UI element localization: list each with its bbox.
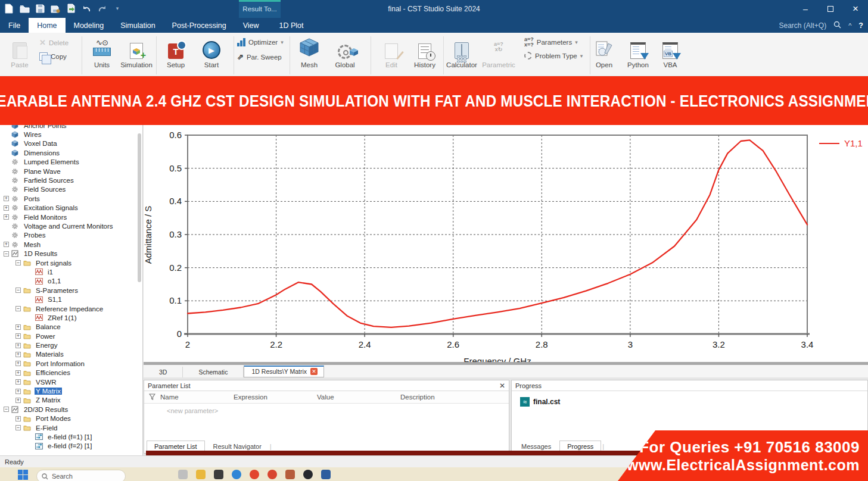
tree-item[interactable]: +Balance (0, 323, 142, 332)
expand-icon[interactable]: + (4, 242, 9, 247)
minimize-button[interactable]: – (793, 0, 818, 18)
filter-icon[interactable] (149, 393, 155, 401)
edit-history-button[interactable]: Edit (374, 35, 409, 68)
close-tab-icon[interactable]: ✕ (310, 368, 318, 375)
column-value[interactable]: Value (317, 393, 400, 401)
tree-item[interactable]: −Port signals (0, 258, 142, 267)
collapse-icon[interactable]: − (4, 407, 9, 412)
problem-type-button[interactable]: Problem Type▾ (524, 52, 583, 60)
open-macro-button[interactable]: Open (587, 35, 621, 68)
tree-item[interactable]: +Z Matrix (0, 396, 142, 405)
start-simulation-button[interactable]: ▶ Start (194, 35, 229, 68)
tree-item[interactable]: +Excitation Signals (0, 204, 142, 213)
tree-item[interactable]: −Reference Impedance (0, 304, 142, 313)
taskbar-app-icon[interactable] (232, 470, 241, 479)
tab-1d-plot[interactable]: 1D Plot (271, 18, 312, 33)
vba-macro-button[interactable]: VB VBA (653, 35, 687, 68)
tree-item[interactable]: +Anchor Points (0, 125, 142, 130)
sidebar-scrollbar[interactable] (138, 133, 141, 282)
expand-icon[interactable]: + (15, 361, 21, 366)
tree-item[interactable]: +i1 (0, 267, 142, 276)
search-icon[interactable] (833, 20, 841, 31)
expand-icon[interactable]: + (15, 370, 21, 376)
collapse-ribbon-icon[interactable]: ^ (848, 22, 851, 29)
column-description[interactable]: Description (400, 393, 484, 401)
tree-item[interactable]: +Y Matrix (0, 386, 142, 395)
collapse-icon[interactable]: − (4, 251, 9, 257)
parameters-button[interactable]: a=?x=? Parameters▾ (524, 37, 578, 48)
tree-item[interactable]: +e-field (f=2) [1] (0, 442, 142, 451)
tree-item[interactable]: +Ports (0, 194, 142, 203)
expand-icon[interactable]: + (15, 333, 21, 339)
calculator-button[interactable]: Calculator (442, 35, 481, 68)
tab-simulation[interactable]: Simulation (112, 18, 163, 33)
tree-item[interactable]: +Voltage and Current Monitors (0, 221, 142, 230)
tree-item[interactable]: +Farfield Sources (0, 176, 142, 185)
taskbar-app-icon[interactable] (250, 470, 259, 479)
tree-item[interactable]: +Port Information (0, 359, 142, 368)
collapse-icon[interactable]: − (15, 260, 21, 266)
tree-item[interactable]: +Dimensions (0, 148, 142, 157)
column-expression[interactable]: Expression (234, 393, 317, 401)
problem-type-dropdown-icon[interactable]: ▾ (580, 53, 583, 59)
tab-modeling[interactable]: Modeling (66, 18, 113, 33)
mesh-button[interactable]: Mesh (292, 35, 326, 68)
expand-icon[interactable]: + (4, 196, 9, 201)
tree-item[interactable]: +Voxel Data (0, 139, 142, 148)
tree-item[interactable]: +Mesh (0, 240, 142, 249)
expand-icon[interactable]: + (4, 205, 9, 211)
copy-button[interactable]: Copy (39, 52, 67, 61)
tree-item[interactable]: +ZRef 1(1) (0, 313, 142, 322)
tree-item[interactable]: +e-field (f=1) [1] (0, 432, 142, 441)
tree-item[interactable]: +Field Sources (0, 185, 142, 194)
taskbar-app-icon[interactable] (321, 470, 331, 479)
tree-item[interactable]: −E-Field (0, 423, 142, 432)
tab-view[interactable]: View (235, 18, 267, 33)
close-parameter-list-icon[interactable]: ✕ (499, 382, 505, 390)
taskbar-app-icon[interactable] (267, 470, 277, 479)
global-properties-button[interactable]: Global (328, 35, 362, 68)
expand-icon[interactable]: + (15, 352, 21, 357)
tab-post-processing[interactable]: Post-Processing (164, 18, 235, 33)
simulation-project-button[interactable]: + Simulation (119, 35, 154, 68)
tree-item[interactable]: −2D/3D Results (0, 405, 142, 414)
tab-home[interactable]: Home (29, 18, 65, 33)
tab-1d-results-y-matrix[interactable]: 1D Results\Y Matrix ✕ (244, 366, 324, 377)
setup-solver-button[interactable]: T Setup (158, 35, 193, 68)
tree-item[interactable]: +Efficiencies (0, 368, 142, 377)
expand-icon[interactable]: + (15, 379, 21, 385)
tree-item[interactable]: +Energy (0, 341, 142, 349)
paste-button[interactable]: Paste (2, 35, 37, 68)
taskbar-search-input[interactable]: Search (36, 470, 126, 481)
parameters-dropdown-icon[interactable]: ▾ (575, 39, 578, 45)
tree-item[interactable]: +Power (0, 332, 142, 341)
ribbon-search-hint[interactable]: Search (Alt+Q) (779, 21, 826, 30)
close-button[interactable]: × (843, 0, 868, 18)
taskbar-app-icon[interactable] (214, 470, 223, 479)
expand-icon[interactable]: + (15, 398, 21, 403)
column-name[interactable]: Name (160, 393, 179, 401)
restore-button[interactable] (818, 0, 843, 18)
delete-button[interactable]: ✕Delete (39, 38, 69, 47)
history-list-button[interactable]: History (407, 35, 442, 68)
help-icon[interactable]: ? (858, 21, 863, 30)
expand-icon[interactable]: + (15, 324, 21, 330)
tab-schematic[interactable]: Schematic (183, 367, 244, 377)
windows-start-icon[interactable] (18, 470, 28, 480)
tab-3d[interactable]: 3D (144, 367, 183, 377)
tree-item[interactable]: +Plane Wave (0, 167, 142, 176)
collapse-icon[interactable]: − (15, 425, 21, 430)
taskbar-app-icon[interactable] (178, 470, 188, 479)
tree-item[interactable]: +Materials (0, 350, 142, 359)
tree-item[interactable]: +S1,1 (0, 295, 142, 304)
python-macro-button[interactable]: Python (621, 35, 655, 68)
tree-item[interactable]: +Wires (0, 130, 142, 139)
tree-item[interactable]: +Probes (0, 231, 142, 240)
tree-item[interactable]: +VSWR (0, 377, 142, 386)
units-button[interactable]: ∿⊙ Units (85, 35, 119, 68)
parametric-update-button[interactable]: a=?x↻ Parametric (479, 35, 518, 68)
collapse-icon[interactable]: − (15, 306, 21, 311)
tree-item[interactable]: +Field Monitors (0, 213, 142, 221)
expand-icon[interactable]: + (15, 416, 21, 421)
tree-item[interactable]: +o1,1 (0, 277, 142, 286)
